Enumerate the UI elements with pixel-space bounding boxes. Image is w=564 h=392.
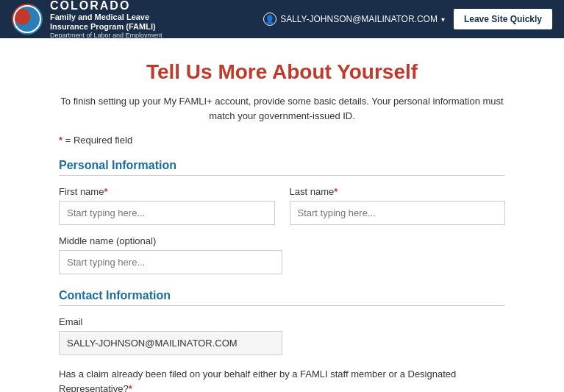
personal-section-title: Personal Information <box>59 159 505 176</box>
site-header: COLORADO Family and Medical Leave Insura… <box>0 0 564 38</box>
first-name-required: * <box>104 186 107 197</box>
program-name-line2: Insurance Program (FAMLI) <box>50 22 163 32</box>
required-note: * = Required field <box>59 135 505 146</box>
first-name-group: First name* <box>59 186 275 225</box>
last-name-required: * <box>334 186 338 197</box>
header-text-block: COLORADO Family and Medical Leave Insura… <box>50 0 163 40</box>
middle-name-group: Middle name (optional) <box>59 235 282 274</box>
last-name-group: Last name* <box>290 186 506 225</box>
email-row: Email <box>59 316 505 355</box>
user-menu[interactable]: 👤 SALLY-JOHNSON@MAILINATOR.COM ▾ <box>263 13 445 26</box>
main-content: Tell Us More About Yourself To finish se… <box>0 38 564 392</box>
page-subtitle: To finish setting up your My FAMLI+ acco… <box>59 94 505 123</box>
header-actions: 👤 SALLY-JOHNSON@MAILINATOR.COM ▾ Leave S… <box>263 9 552 29</box>
last-name-label: Last name* <box>290 186 506 197</box>
first-name-label: First name* <box>59 186 275 197</box>
state-name: COLORADO <box>50 0 163 13</box>
middle-name-label: Middle name (optional) <box>59 235 282 246</box>
name-row: First name* Last name* <box>59 186 505 225</box>
middle-name-input[interactable] <box>59 250 282 274</box>
contact-section: Contact Information Email <box>59 289 505 355</box>
dept-name: Department of Labor and Employment <box>50 32 163 40</box>
email-label: Email <box>59 316 282 327</box>
required-asterisk: * <box>59 135 63 146</box>
colorado-logo <box>12 4 43 35</box>
user-email: SALLY-JOHNSON@MAILINATOR.COM <box>280 14 438 24</box>
middle-name-row: Middle name (optional) <box>59 235 505 274</box>
program-name-line1: Family and Medical Leave <box>50 13 163 22</box>
page-title: Tell Us More About Yourself <box>59 60 505 84</box>
first-name-input[interactable] <box>59 201 275 225</box>
user-icon: 👤 <box>263 13 276 26</box>
email-group: Email <box>59 316 282 355</box>
claim-required: * <box>129 383 132 393</box>
email-input[interactable] <box>59 331 282 355</box>
chevron-down-icon: ▾ <box>441 15 445 24</box>
last-name-input[interactable] <box>290 201 506 225</box>
claim-question-text: Has a claim already been filed on your b… <box>59 367 505 392</box>
logo-area: COLORADO Family and Medical Leave Insura… <box>12 0 163 40</box>
contact-section-title: Contact Information <box>59 289 505 306</box>
leave-site-button[interactable]: Leave Site Quickly <box>454 9 552 29</box>
required-note-text: = Required field <box>65 135 132 146</box>
